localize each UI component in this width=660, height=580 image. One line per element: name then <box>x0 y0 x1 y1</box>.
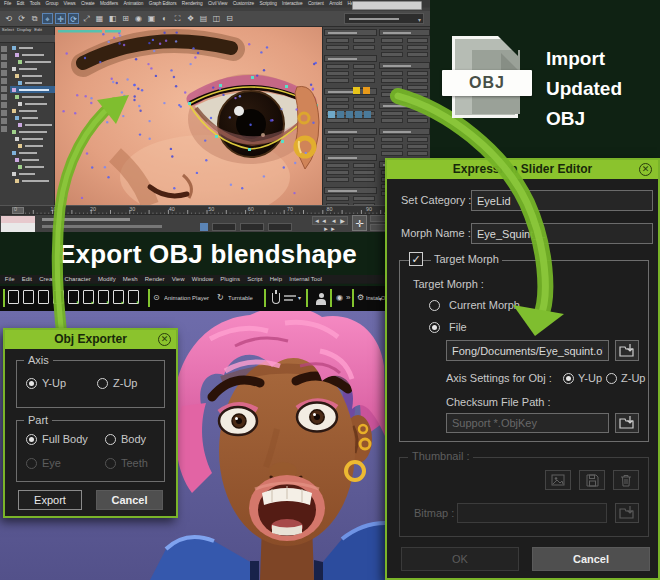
cc-menu-item[interactable]: File <box>5 276 15 283</box>
add-time-tag-button[interactable]: ✛ <box>352 215 367 231</box>
scene-object-row[interactable] <box>10 177 55 184</box>
maxscript-mini-listener-white[interactable] <box>1 223 35 232</box>
expression-editor-title[interactable]: Expression Slider Editor <box>387 160 658 179</box>
scene-object-row[interactable] <box>10 72 55 79</box>
explorer-tab[interactable]: Display <box>17 27 31 33</box>
max-tool-icon[interactable]: ⧉ <box>29 13 40 24</box>
max-tool-icon[interactable]: ❖ <box>185 13 196 24</box>
explorer-tool-icon[interactable] <box>1 46 7 52</box>
max-tool-icon[interactable]: ◐ <box>159 13 170 24</box>
isolate-toggle[interactable] <box>200 223 208 231</box>
cc-menu-item[interactable]: Internal Tool <box>289 276 322 283</box>
render-more-icon[interactable]: » <box>346 293 350 302</box>
rollout-button-row[interactable] <box>324 45 377 51</box>
cc-menu-item[interactable]: Script <box>247 276 262 283</box>
scene-object-row[interactable] <box>10 170 55 177</box>
rollout-header[interactable] <box>379 128 430 135</box>
render-icon[interactable]: ◉ <box>336 293 343 302</box>
scene-explorer-tree[interactable] <box>10 44 55 202</box>
rollout-button-row[interactable] <box>379 92 430 98</box>
rollout-header[interactable] <box>324 29 377 36</box>
max-tool-icon[interactable]: ◫ <box>211 13 222 24</box>
scene-object-row[interactable] <box>10 100 55 107</box>
explorer-tool-icon[interactable] <box>1 54 7 60</box>
max-viewport-eye-closeup[interactable] <box>55 27 322 205</box>
rollout-button-row[interactable] <box>324 97 377 103</box>
explorer-tab[interactable]: Edit <box>34 27 41 33</box>
rollout-header[interactable] <box>379 29 430 36</box>
max-menu-item[interactable]: Tools <box>30 1 40 6</box>
rollout-header[interactable] <box>324 128 377 135</box>
thumbnail-load-button[interactable] <box>545 470 571 490</box>
coord-y-field[interactable] <box>240 223 264 231</box>
explorer-tool-icon[interactable] <box>1 126 7 132</box>
rollout-button-row[interactable] <box>379 111 430 117</box>
max-tool-icon[interactable]: ⤢ <box>81 13 92 24</box>
rollout-header[interactable] <box>379 62 430 69</box>
file-path-field[interactable] <box>446 340 609 361</box>
explorer-tool-icon[interactable] <box>1 102 7 108</box>
scene-object-row[interactable] <box>10 163 55 170</box>
max-menu-item[interactable]: Civil View <box>208 1 227 6</box>
explorer-tab[interactable]: Select <box>2 27 14 33</box>
cc-menu-item[interactable]: View <box>172 276 185 283</box>
scene-object-row[interactable] <box>10 135 55 142</box>
scene-object-row[interactable] <box>10 65 55 72</box>
cc-file-tool-icon[interactable]: ▾ <box>128 290 139 304</box>
set-category-field[interactable] <box>471 190 653 211</box>
max-menu-item[interactable]: Create <box>81 1 94 6</box>
browse-checksum-button[interactable] <box>615 413 639 433</box>
max-menu-item[interactable]: Views <box>64 1 76 6</box>
rollout-header[interactable] <box>379 102 430 109</box>
max-tool-icon[interactable]: ⟲ <box>3 13 14 24</box>
ok-button[interactable]: OK <box>401 547 519 571</box>
rollout-header[interactable] <box>324 154 377 161</box>
scene-object-row[interactable] <box>10 149 55 156</box>
cc-menu-item[interactable]: Create <box>39 276 57 283</box>
bitmap-field[interactable] <box>457 503 607 523</box>
rollout-button-row[interactable] <box>324 177 377 183</box>
max-menu-item[interactable]: Animation <box>123 1 143 6</box>
scene-object-row[interactable] <box>10 86 55 93</box>
rollout-button-row[interactable] <box>379 137 430 143</box>
radio-axis-y-up[interactable] <box>563 373 574 384</box>
rollout-header[interactable] <box>324 55 377 62</box>
playback-controls[interactable]: ◄◄ ◄ ▶ ►► <box>312 216 348 225</box>
rollout-button-row[interactable] <box>379 85 430 91</box>
max-timeline[interactable]: 0102030405060708090100 <box>0 205 430 214</box>
explorer-tool-icon[interactable] <box>1 94 7 100</box>
rollout-button-row[interactable] <box>324 137 377 143</box>
scene-object-row[interactable] <box>10 107 55 114</box>
max-tool-icon[interactable]: ◉ <box>133 13 144 24</box>
cc-file-tool-icon[interactable]: ▾ <box>68 290 79 304</box>
scene-object-row[interactable] <box>10 121 55 128</box>
radio-file[interactable] <box>429 322 440 333</box>
cc-menu-item[interactable]: Plugins <box>220 276 240 283</box>
max-selection-filter-combo[interactable]: ▾ <box>344 13 424 24</box>
radio-body[interactable] <box>105 434 116 445</box>
rollout-button-row[interactable] <box>379 71 430 77</box>
target-morph-checkbox[interactable]: ✓ <box>409 252 423 266</box>
max-workspace-selector[interactable] <box>352 1 422 10</box>
scene-object-row[interactable] <box>10 156 55 163</box>
cc-file-tool-icon[interactable] <box>23 290 34 304</box>
cc-file-tool-icon[interactable]: ▸ <box>53 290 64 304</box>
morph-name-field[interactable] <box>471 223 653 244</box>
rollout-button-row[interactable] <box>379 52 430 58</box>
cc-menu-item[interactable]: Help <box>270 276 282 283</box>
turntable-button[interactable]: Turntable <box>228 295 253 301</box>
radio-eye[interactable] <box>26 458 37 469</box>
radio-axis-z-up[interactable] <box>606 373 617 384</box>
max-tool-icon[interactable]: ⟳ <box>16 13 27 24</box>
browse-bitmap-button[interactable] <box>615 503 639 523</box>
thumbnail-delete-button[interactable] <box>613 470 639 490</box>
rollout-button-row[interactable] <box>324 196 377 202</box>
max-tool-icon[interactable]: ⌖ <box>42 13 53 24</box>
substance-icon[interactable] <box>272 293 280 304</box>
thumbnail-save-button[interactable] <box>579 470 605 490</box>
obj-exporter-cancel-button[interactable]: Cancel <box>96 490 163 510</box>
scene-object-row[interactable] <box>10 142 55 149</box>
max-menu-item[interactable]: Arnold <box>329 1 342 6</box>
substance-caret-icon[interactable]: ▾ <box>298 294 301 301</box>
obj-exporter-title[interactable]: Obj Exporter <box>5 330 176 349</box>
